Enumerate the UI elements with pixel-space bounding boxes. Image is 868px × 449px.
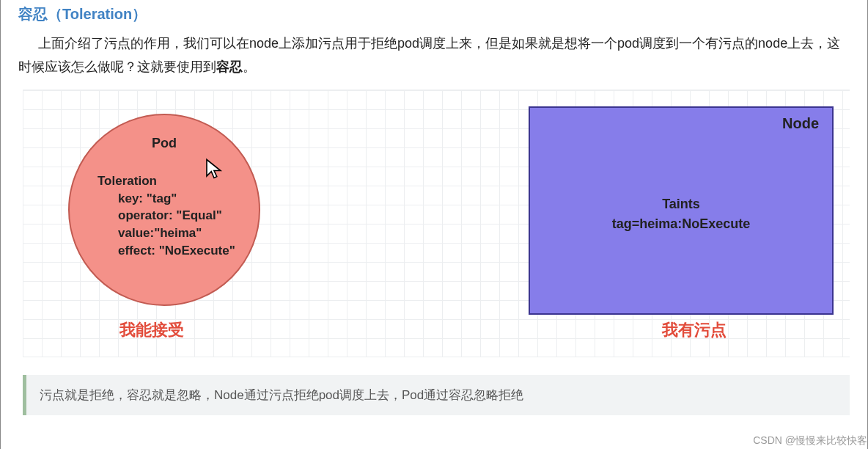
pod-kv-operator: operator: "Equal" <box>98 207 235 224</box>
intro-paragraph: 上面介绍了污点的作用，我们可以在node上添加污点用于拒绝pod调度上来，但是如… <box>1 32 867 85</box>
node-taint-line: tag=heima:NoExecute <box>612 214 751 234</box>
pod-shape: Pod Toleration key: "tag" operator: "Equ… <box>68 114 260 306</box>
pod-kv-value: value:"heima" <box>98 224 235 242</box>
pod-title: Pod <box>152 136 177 151</box>
node-section-label: Taints <box>612 194 751 214</box>
cursor-icon <box>203 158 225 180</box>
watermark: CSDN @慢慢来比较快客 <box>753 434 867 448</box>
pod-toleration-block: Toleration key: "tag" operator: "Equal" … <box>98 172 235 260</box>
page-title: 容忍（Toleration） <box>1 0 867 32</box>
diagram-canvas: Pod Toleration key: "tag" operator: "Equ… <box>23 90 850 357</box>
node-title: Node <box>782 115 819 132</box>
intro-text-1: 上面介绍了污点的作用，我们可以在node上添加污点用于拒绝pod调度上来，但是如… <box>18 36 840 74</box>
pod-kv-key: key: "tag" <box>98 190 235 208</box>
caption-pod: 我能接受 <box>119 319 184 341</box>
node-taints-block: Taints tag=heima:NoExecute <box>612 194 751 234</box>
intro-text-2: 。 <box>243 59 256 74</box>
pod-kv-effect: effect: "NoExecute" <box>98 242 235 260</box>
summary-quote: 污点就是拒绝，容忍就是忽略，Node通过污点拒绝pod调度上去，Pod通过容忍忽… <box>23 375 850 415</box>
node-shape: Node Taints tag=heima:NoExecute <box>529 106 834 315</box>
intro-bold: 容忍 <box>216 59 243 74</box>
caption-node: 我有污点 <box>662 319 727 341</box>
